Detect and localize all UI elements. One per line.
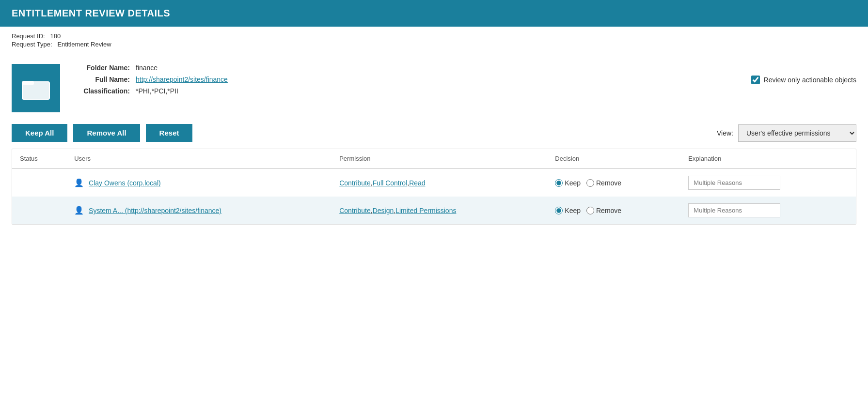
remove-radio-1[interactable]	[586, 179, 594, 187]
full-name-value: http://sharepoint2/sites/finance	[136, 76, 228, 83]
col-status: Status	[12, 149, 66, 168]
explanation-cell	[680, 168, 856, 197]
permission-link-fullcontrol[interactable]: Full Control	[373, 179, 408, 187]
request-type-label: Request Type:	[12, 41, 52, 48]
request-type-value: Entitlement Review	[57, 41, 111, 48]
keep-label-1[interactable]: Keep	[555, 179, 581, 187]
reset-button[interactable]: Reset	[146, 124, 193, 142]
user-cell: 👤 System A... (http://sharepoint2/sites/…	[66, 197, 331, 224]
table-row: 👤 System A... (http://sharepoint2/sites/…	[12, 197, 856, 224]
full-name-link[interactable]: http://sharepoint2/sites/finance	[136, 76, 228, 83]
col-decision: Decision	[547, 149, 680, 168]
permission-link-design[interactable]: Design	[373, 207, 394, 214]
user-cell: 👤 Clay Owens (corp.local)	[66, 168, 331, 197]
user-icon: 👤	[74, 206, 84, 214]
permission-link-contribute[interactable]: Contribute	[339, 179, 371, 187]
user-link[interactable]: System A... (http://sharepoint2/sites/fi…	[89, 207, 221, 214]
folder-name-row: Folder Name: finance	[72, 64, 740, 72]
keep-radio-2[interactable]	[555, 207, 563, 214]
classification-row: Classification: *PHI,*PCI,*PII	[72, 87, 740, 95]
view-select[interactable]: User's effective permissions All permiss…	[738, 124, 856, 142]
col-users: Users	[66, 149, 331, 168]
review-checkbox-label[interactable]: Review only actionable objects	[764, 76, 856, 84]
remove-radio-2[interactable]	[586, 207, 594, 214]
folder-name-value: finance	[136, 64, 158, 72]
permission-link-read[interactable]: Read	[409, 179, 425, 187]
remove-all-button[interactable]: Remove All	[73, 124, 140, 142]
request-id-label: Request ID:	[12, 32, 45, 40]
view-label: View:	[717, 129, 733, 137]
decision-cell: Keep Remove	[547, 197, 680, 224]
request-id-value: 180	[50, 32, 61, 40]
remove-label-1[interactable]: Remove	[586, 179, 621, 187]
full-name-row: Full Name: http://sharepoint2/sites/fina…	[72, 76, 740, 83]
classification-label: Classification:	[72, 87, 130, 95]
page-title: ENTITLEMENT REVIEW DETAILS	[12, 8, 856, 19]
permission-link-limited[interactable]: Limited Permissions	[395, 207, 456, 214]
explanation-cell	[680, 197, 856, 224]
explanation-input-2[interactable]	[688, 203, 780, 217]
keep-label-2[interactable]: Keep	[555, 207, 581, 214]
view-section: View: User's effective permissions All p…	[717, 124, 856, 142]
table-row: 👤 Clay Owens (corp.local) Contribute,Ful…	[12, 168, 856, 197]
keep-radio-1[interactable]	[555, 179, 563, 187]
user-link[interactable]: Clay Owens (corp.local)	[89, 179, 161, 187]
review-checkbox-area: Review only actionable objects	[751, 76, 856, 84]
meta-section: Request ID: 180 Request Type: Entitlemen…	[0, 27, 868, 54]
page-header: ENTITLEMENT REVIEW DETAILS	[0, 0, 868, 27]
col-permission: Permission	[331, 149, 547, 168]
table-container: Status Users Permission Decision Explana…	[12, 149, 856, 225]
keep-all-button[interactable]: Keep All	[12, 124, 67, 142]
status-cell	[12, 197, 66, 224]
review-checkbox[interactable]	[751, 76, 760, 84]
folder-icon	[12, 64, 60, 112]
col-explanation: Explanation	[680, 149, 856, 168]
permission-cell: Contribute,Full Control,Read	[331, 168, 547, 197]
actions-row: Keep All Remove All Reset View: User's e…	[0, 117, 868, 149]
classification-value: *PHI,*PCI,*PII	[136, 87, 178, 95]
explanation-input-1[interactable]	[688, 176, 780, 190]
folder-name-label: Folder Name:	[72, 64, 130, 72]
info-section: Folder Name: finance Full Name: http://s…	[0, 54, 868, 117]
user-icon: 👤	[74, 179, 84, 187]
info-fields: Folder Name: finance Full Name: http://s…	[72, 64, 740, 95]
permission-link-contribute2[interactable]: Contribute	[339, 207, 371, 214]
remove-label-2[interactable]: Remove	[586, 207, 621, 214]
entitlement-table: Status Users Permission Decision Explana…	[12, 149, 856, 224]
full-name-label: Full Name:	[72, 76, 130, 83]
permission-cell: Contribute,Design,Limited Permissions	[331, 197, 547, 224]
decision-cell: Keep Remove	[547, 168, 680, 197]
right-panel: Review only actionable objects	[751, 64, 856, 84]
table-header-row: Status Users Permission Decision Explana…	[12, 149, 856, 168]
status-cell	[12, 168, 66, 197]
